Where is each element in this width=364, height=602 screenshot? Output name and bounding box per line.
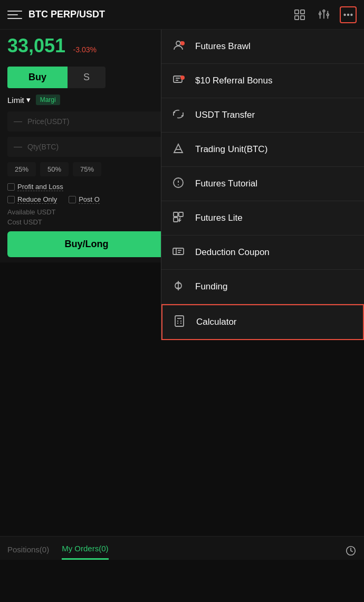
dropdown-item-futures-tutorial[interactable]: Futures Tutorial bbox=[161, 167, 364, 201]
funding-icon bbox=[172, 279, 187, 294]
referral-icon bbox=[172, 73, 187, 88]
futures-lite-icon bbox=[172, 211, 187, 225]
dropdown-item-referral-bonus[interactable]: $10 Referral Bonus bbox=[161, 64, 364, 98]
svg-rect-27 bbox=[179, 212, 183, 217]
reduce-only-checkbox[interactable]: Reduce Only bbox=[7, 195, 57, 204]
transfer-icon bbox=[172, 108, 187, 123]
svg-point-13 bbox=[344, 14, 346, 15]
svg-rect-2 bbox=[295, 15, 299, 19]
dropdown-menu: Futures Brawl$10 Referral BonusUSDT Tran… bbox=[161, 30, 364, 340]
svg-point-14 bbox=[348, 14, 349, 15]
dropdown-label-futures-tutorial: Futures Tutorial bbox=[195, 178, 257, 189]
limit-label: Limit bbox=[7, 96, 24, 105]
more-icon[interactable] bbox=[340, 6, 357, 23]
coupon-icon bbox=[172, 245, 187, 260]
indicators-icon[interactable] bbox=[315, 6, 332, 23]
post-only-label: Post O bbox=[79, 195, 100, 204]
dropdown-label-futures-brawl: Futures Brawl bbox=[195, 41, 251, 52]
chart-icon[interactable] bbox=[291, 6, 308, 23]
svg-point-12 bbox=[327, 14, 329, 16]
svg-point-6 bbox=[319, 13, 321, 15]
price-dash: — bbox=[14, 117, 22, 126]
menu-icon[interactable] bbox=[7, 7, 22, 22]
svg-rect-3 bbox=[301, 15, 304, 19]
orders-tab[interactable]: My Orders(0) bbox=[62, 544, 108, 560]
limit-select[interactable]: Limit ▾ bbox=[7, 95, 31, 105]
svg-point-17 bbox=[176, 41, 180, 45]
chevron-down-icon: ▾ bbox=[26, 95, 31, 105]
svg-rect-28 bbox=[174, 218, 178, 222]
reduce-only-checkbox-box bbox=[7, 196, 15, 203]
dropdown-label-trading-unit: Trading Unit(BTC) bbox=[195, 144, 267, 155]
pk-icon bbox=[172, 39, 187, 54]
dropdown-item-futures-brawl[interactable]: Futures Brawl bbox=[161, 30, 364, 64]
trading-unit-icon bbox=[172, 142, 187, 157]
dropdown-item-deduction-coupon[interactable]: Deduction Coupon bbox=[161, 236, 364, 270]
percent-50-button[interactable]: 50% bbox=[40, 162, 69, 176]
buy-long-button[interactable]: Buy/Long bbox=[7, 231, 166, 257]
post-only-checkbox-box bbox=[69, 196, 76, 203]
profit-loss-label: Profit and Loss bbox=[17, 183, 63, 191]
qty-input-placeholder[interactable]: Qty(BTC) bbox=[27, 143, 59, 151]
svg-rect-0 bbox=[295, 10, 299, 13]
dropdown-label-funding: Funding bbox=[195, 281, 227, 292]
svg-marker-21 bbox=[174, 144, 183, 153]
svg-point-25 bbox=[178, 184, 179, 185]
dropdown-item-funding[interactable]: Funding bbox=[161, 270, 364, 304]
svg-point-15 bbox=[351, 14, 352, 15]
positions-tab[interactable]: Positions(0) bbox=[7, 545, 49, 559]
dropdown-label-deduction-coupon: Deduction Coupon bbox=[195, 247, 270, 258]
bottom-tabs: Positions(0) My Orders(0) bbox=[0, 536, 364, 560]
dropdown-item-trading-unit[interactable]: Trading Unit(BTC) bbox=[161, 133, 364, 167]
dropdown-item-usdt-transfer[interactable]: USDT Transfer bbox=[161, 98, 364, 133]
percent-75-button[interactable]: 75% bbox=[73, 162, 101, 176]
dropdown-label-referral-bonus: $10 Referral Bonus bbox=[195, 76, 272, 86]
margin-badge[interactable]: Margi bbox=[36, 95, 60, 105]
dropdown-item-futures-lite[interactable]: Futures Lite bbox=[161, 201, 364, 236]
header-icons bbox=[291, 6, 357, 23]
dropdown-label-futures-lite: Futures Lite bbox=[195, 213, 243, 223]
svg-point-9 bbox=[323, 10, 325, 12]
profit-loss-checkbox[interactable]: Profit and Loss bbox=[7, 183, 63, 191]
price-value: 33,051 bbox=[7, 35, 65, 57]
svg-rect-29 bbox=[173, 248, 184, 255]
header: BTC PERP/USDT bbox=[0, 0, 364, 30]
header-title: BTC PERP/USDT bbox=[28, 9, 291, 20]
sell-tab[interactable]: S bbox=[68, 67, 106, 88]
svg-rect-35 bbox=[175, 316, 184, 326]
price-input-placeholder[interactable]: Price(USDT) bbox=[27, 117, 69, 126]
svg-rect-1 bbox=[301, 10, 304, 13]
profit-loss-checkbox-box bbox=[7, 183, 15, 191]
dropdown-label-usdt-transfer: USDT Transfer bbox=[195, 110, 255, 120]
reduce-only-label: Reduce Only bbox=[17, 195, 57, 204]
percent-25-button[interactable]: 25% bbox=[7, 162, 36, 176]
svg-rect-26 bbox=[174, 212, 178, 217]
tutorial-icon bbox=[172, 176, 187, 191]
dropdown-label-calculator: Calculator bbox=[196, 317, 237, 327]
dropdown-item-calculator[interactable]: Calculator bbox=[161, 304, 364, 340]
price-change: -3.03% bbox=[73, 45, 97, 54]
post-only-checkbox[interactable]: Post O bbox=[69, 195, 100, 204]
calculator-icon bbox=[173, 315, 188, 330]
buy-tab[interactable]: Buy bbox=[7, 67, 68, 88]
history-icon[interactable] bbox=[345, 545, 357, 559]
qty-dash: — bbox=[14, 142, 22, 152]
